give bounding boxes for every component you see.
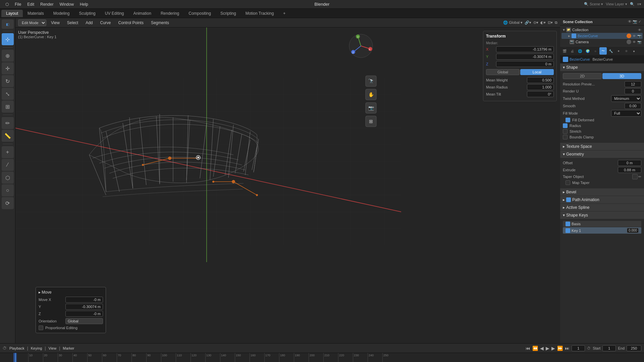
twist-method-select[interactable]: Minimum bbox=[611, 95, 641, 102]
move-y-value[interactable]: -0.30074 m bbox=[65, 304, 103, 310]
measure-tool[interactable]: 📏 bbox=[2, 130, 14, 142]
menu-edit[interactable]: Edit bbox=[24, 1, 37, 7]
collection-vis-icon[interactable]: 👁 bbox=[638, 28, 641, 32]
shape-key-basis[interactable]: Basis bbox=[563, 221, 641, 227]
prev-frame-btn[interactable]: ⏪ bbox=[532, 346, 538, 351]
prop-tab-world[interactable]: 🌍 bbox=[584, 47, 591, 55]
skip-end-btn[interactable]: ⏭ bbox=[565, 346, 570, 351]
blender-logo[interactable]: ⬡ bbox=[3, 1, 11, 7]
shape-3d-btn[interactable]: 3D bbox=[602, 73, 641, 79]
current-frame[interactable]: 1 bbox=[572, 345, 585, 351]
menu-render[interactable]: Render bbox=[38, 1, 56, 7]
control-points-menu[interactable]: Control Points bbox=[116, 20, 146, 26]
view-label[interactable]: View bbox=[49, 346, 57, 350]
shape-keys-header[interactable]: ▾ Shape Keys bbox=[560, 212, 644, 219]
bezier-render-icon[interactable]: 📷 bbox=[637, 34, 641, 38]
move-z-value[interactable]: -0 m bbox=[65, 311, 103, 317]
scene-selector[interactable]: 🔍 Scene ▾ bbox=[584, 2, 603, 6]
add-tool[interactable]: + bbox=[2, 146, 14, 158]
menu-file[interactable]: File bbox=[12, 1, 24, 7]
stretch-check[interactable] bbox=[563, 129, 568, 134]
prop-tab-object[interactable]: ○ bbox=[592, 47, 599, 55]
keying-label[interactable]: Keying bbox=[31, 346, 42, 350]
z-value[interactable]: 0 m bbox=[496, 61, 554, 67]
end-frame[interactable]: 250 bbox=[627, 345, 641, 351]
move-x-value[interactable]: -0 m bbox=[65, 297, 103, 303]
camera-render-icon[interactable]: 📷 bbox=[637, 40, 641, 44]
move-tool[interactable]: ✛ bbox=[2, 62, 14, 74]
knife-tool[interactable]: ∕ bbox=[2, 159, 14, 171]
mode-select[interactable]: Edit Mode bbox=[18, 19, 46, 26]
add-menu[interactable]: Add bbox=[83, 20, 95, 26]
scale-tool[interactable]: ⤡ bbox=[2, 88, 14, 100]
prop-tab-particles[interactable]: ✦ bbox=[615, 47, 622, 55]
marker-label[interactable]: Marker bbox=[63, 346, 74, 350]
tab-compositing[interactable]: Compositing bbox=[184, 10, 216, 17]
prop-tab-material[interactable]: ● bbox=[630, 47, 638, 55]
playback-label[interactable]: Playback bbox=[9, 346, 24, 350]
geometry-header[interactable]: ▾ Geometry bbox=[560, 150, 644, 158]
prop-tab-scene[interactable]: 🌐 bbox=[576, 47, 584, 55]
extrude-tool[interactable]: ⬡ bbox=[2, 172, 14, 184]
skip-start-btn[interactable]: ⏮ bbox=[526, 346, 530, 351]
tab-layout[interactable]: Layout bbox=[1, 10, 23, 17]
camera-vis-icon[interactable]: 👁 bbox=[633, 40, 636, 44]
snap-select[interactable]: 🔗▾ bbox=[525, 20, 531, 25]
prev-keyframe-btn[interactable]: ◀ bbox=[540, 346, 544, 351]
shape-2d-btn[interactable]: 2D bbox=[563, 73, 602, 79]
view-layer-selector[interactable]: View Layer ▾ bbox=[606, 2, 627, 6]
cursor-tool[interactable]: ⊕ bbox=[2, 50, 14, 62]
render-u-value[interactable]: 0 bbox=[625, 88, 641, 94]
prop-tab-physics[interactable]: ⚛ bbox=[623, 47, 630, 55]
select-tool[interactable]: ⊹ bbox=[2, 33, 14, 45]
prop-tab-curve[interactable]: 〜 bbox=[599, 47, 607, 55]
tab-motion-tracking[interactable]: Motion Tracking bbox=[241, 10, 279, 17]
orientation-select[interactable]: 🌐 Global ▾ bbox=[503, 20, 523, 25]
play-btn[interactable]: ▶ bbox=[546, 346, 549, 351]
menu-window[interactable]: Window bbox=[57, 1, 76, 7]
tilt-tool[interactable]: ⟳ bbox=[2, 197, 14, 209]
radius-check[interactable] bbox=[563, 123, 568, 128]
curve-menu[interactable]: Curve bbox=[98, 20, 114, 26]
tab-modeling[interactable]: Modeling bbox=[49, 10, 74, 17]
proportional-edit[interactable]: ⊙▾ bbox=[533, 20, 538, 25]
fill-deformed-check[interactable] bbox=[566, 118, 570, 122]
shape-header[interactable]: ▾ Shape bbox=[560, 64, 644, 71]
radius-tool[interactable]: ○ bbox=[2, 184, 14, 196]
x-value[interactable]: -0.13796 m bbox=[496, 46, 554, 52]
tab-sculpting[interactable]: Sculpting bbox=[74, 10, 100, 17]
camera-item[interactable]: 📷 Camera 👁 📷 bbox=[561, 39, 643, 45]
path-animation-header[interactable]: ▸ Path Animation bbox=[560, 196, 644, 203]
orientation-value[interactable]: Global bbox=[65, 318, 103, 324]
shading-selector[interactable]: ◐▾ bbox=[540, 20, 546, 25]
segments-menu[interactable]: Segments bbox=[148, 20, 172, 26]
bezier-curve-item[interactable]: ▸ BezierCurve 👁 📷 bbox=[561, 33, 643, 39]
global-btn[interactable]: Global bbox=[486, 69, 520, 75]
mode-selector-icon[interactable]: ◧ bbox=[2, 19, 14, 29]
select-menu[interactable]: Select bbox=[64, 20, 81, 26]
extrude-value[interactable]: 0.88 m bbox=[618, 167, 641, 173]
collection-root[interactable]: ▾ 📁 Collection 👁 bbox=[561, 27, 643, 33]
viewport-canvas[interactable]: X Y Z 🔭 ✋ bbox=[15, 27, 560, 343]
tab-scripting[interactable]: Scripting bbox=[216, 10, 241, 17]
prop-tab-render[interactable]: 🎬 bbox=[561, 47, 568, 55]
annotate-tool[interactable]: ✏ bbox=[2, 117, 14, 129]
next-keyframe-btn[interactable]: ▶ bbox=[551, 346, 555, 351]
res-preview-value[interactable]: 12 bbox=[625, 81, 641, 87]
smooth-value[interactable]: 0.00 bbox=[625, 103, 641, 109]
texture-space-header[interactable]: ▸ Texture Space bbox=[560, 143, 644, 150]
local-btn[interactable]: Local bbox=[520, 69, 554, 75]
rotate-tool[interactable]: ↻ bbox=[2, 75, 14, 87]
offset-value[interactable]: 0 m bbox=[618, 160, 641, 166]
next-frame-btn[interactable]: ⏩ bbox=[557, 346, 563, 351]
mean-radius-value[interactable]: 1.000 bbox=[527, 84, 554, 90]
prop-tab-modifier[interactable]: 🔧 bbox=[607, 47, 614, 55]
key1-value[interactable]: 0.000 bbox=[627, 228, 639, 233]
prop-tab-output[interactable]: 🖨 bbox=[569, 47, 576, 55]
search-icon[interactable]: 🔍 bbox=[630, 2, 635, 6]
bevel-header[interactable]: ▸ Bevel bbox=[560, 188, 644, 196]
tab-add[interactable]: + bbox=[278, 10, 290, 17]
taper-object-swatch[interactable] bbox=[632, 174, 638, 179]
bounds-clamp-check[interactable] bbox=[563, 135, 568, 139]
menu-help[interactable]: Help bbox=[77, 1, 91, 7]
